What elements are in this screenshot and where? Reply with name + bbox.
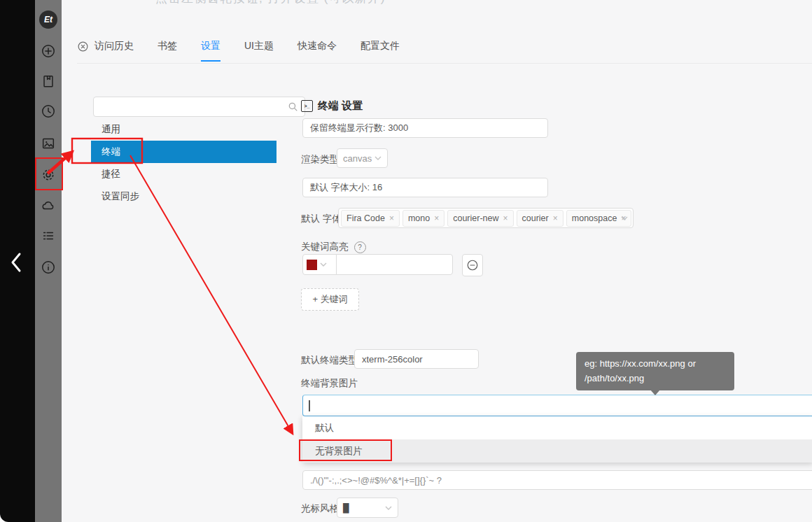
terminal-icon: >_ xyxy=(301,100,313,112)
collapse-sidebar-button[interactable] xyxy=(9,252,23,273)
tab-bookmarks[interactable]: 书签 xyxy=(158,40,177,60)
word-separator-input[interactable]: ./\()"'-:,.;<>~!@#$%^&*|+=[]{}`~ ? xyxy=(302,470,812,490)
image-icon xyxy=(41,136,56,151)
render-type-label: 渲染类型 xyxy=(301,153,339,166)
menu-item-general[interactable]: 通用 xyxy=(91,118,276,141)
terminal-type-label: 默认终端类型 xyxy=(301,354,358,367)
sidebar-item-about[interactable] xyxy=(41,260,56,275)
terminal-type-input[interactable]: xterm-256color xyxy=(354,349,479,369)
plus-circle-icon xyxy=(41,43,56,59)
color-swatch xyxy=(307,260,317,270)
tab-label: 设置 xyxy=(201,40,220,52)
remove-tag-icon[interactable]: × xyxy=(503,213,508,223)
tab-label: 快速命令 xyxy=(298,40,337,52)
remove-tag-icon[interactable]: × xyxy=(434,213,439,223)
chevron-down-icon xyxy=(374,156,382,160)
font-size-value: 默认 字体大小: 16 xyxy=(310,181,382,194)
font-tag-label: monospace xyxy=(572,213,617,223)
render-type-value: canvas xyxy=(343,153,372,164)
option-label: 无背景图片 xyxy=(315,445,363,458)
scrollback-lines-value: 保留终端显示行数: 3000 xyxy=(310,122,408,134)
app-logo-text: Et xyxy=(44,15,52,24)
text-cursor xyxy=(309,400,310,411)
tab-quick-commands[interactable]: 快速命令 xyxy=(298,40,337,60)
search-icon xyxy=(287,101,299,115)
keyword-color-select[interactable] xyxy=(302,254,337,275)
info-circle-icon xyxy=(41,260,56,275)
dropdown-option-no-bg-image[interactable]: 无背景图片 xyxy=(302,439,812,463)
tab-label: UI主题 xyxy=(244,40,274,52)
keyword-highlight-label: 关键词高亮 xyxy=(301,241,349,253)
render-type-select[interactable]: canvas xyxy=(337,148,388,168)
tooltip-arrow xyxy=(650,390,660,395)
bookmark-icon xyxy=(41,73,56,89)
electerm-settings-window: 点击左侧齿轮按钮, 打开设置 (可以新开) Et xyxy=(0,0,812,522)
settings-tabs-bar: 访问历史 书签 设置 UI主题 快速命令 配置文件 xyxy=(77,40,812,64)
sidebar-item-settings[interactable] xyxy=(41,167,56,183)
sidebar-item-settings-sync[interactable] xyxy=(41,198,56,213)
chevron-down-icon xyxy=(320,262,327,267)
menu-item-label: 通用 xyxy=(102,123,120,136)
font-size-input[interactable]: 默认 字体大小: 16 xyxy=(302,178,548,197)
tab-label: 书签 xyxy=(158,40,177,52)
help-icon[interactable]: ? xyxy=(354,241,366,253)
chevron-down-icon xyxy=(621,216,628,220)
font-tag-label: courier xyxy=(522,213,549,223)
scrollback-lines-input[interactable]: 保留终端显示行数: 3000 xyxy=(302,118,548,138)
sidebar-item-history[interactable] xyxy=(41,104,56,119)
tab-profiles[interactable]: 配置文件 xyxy=(360,40,400,60)
add-keyword-label: + 关键词 xyxy=(312,293,347,306)
minus-circle-icon xyxy=(466,259,479,271)
font-tag[interactable]: courier × xyxy=(517,210,564,227)
help-glyph: ? xyxy=(358,244,362,251)
remove-tag-icon[interactable]: × xyxy=(553,213,558,223)
remove-tag-icon[interactable]: × xyxy=(389,213,394,223)
chevron-left-icon xyxy=(9,252,23,273)
keyword-text-input[interactable] xyxy=(336,254,453,275)
clipped-instruction-text: 点击左侧齿轮按钮, 打开设置 (可以新开) xyxy=(155,0,386,6)
tab-history[interactable]: 访问历史 xyxy=(77,40,134,60)
font-tag[interactable]: courier-new × xyxy=(447,210,513,227)
list-icon xyxy=(41,228,56,244)
menu-item-label: 终端 xyxy=(102,146,120,158)
font-tag[interactable]: mono × xyxy=(402,210,444,227)
settings-menu: 通用 终端 捷径 设置同步 xyxy=(91,118,276,208)
chevron-down-icon xyxy=(385,506,392,510)
settings-search-input[interactable] xyxy=(93,97,305,117)
keyword-highlight-row: 关键词高亮 ? xyxy=(301,241,366,253)
font-tag-label: courier-new xyxy=(453,213,498,223)
menu-item-settings-sync[interactable]: 设置同步 xyxy=(91,185,276,208)
font-tag-label: Fira Code xyxy=(346,213,385,223)
terminal-icon-glyph: >_ xyxy=(304,104,310,108)
word-separator-value: ./\()"'-:,.;<>~!@#$%^&*|+=[]{}`~ ? xyxy=(310,475,442,486)
cursor-style-value: █ xyxy=(343,503,349,513)
remove-keyword-button[interactable] xyxy=(462,254,483,276)
tooltip-line: eg: https://xx.com/xx.png or xyxy=(584,356,726,371)
app-logo[interactable]: Et xyxy=(39,10,57,29)
font-family-multiselect[interactable]: Fira Code × mono × courier-new × courier… xyxy=(338,208,634,228)
menu-item-terminal[interactable]: 终端 xyxy=(91,141,276,163)
add-keyword-button[interactable]: + 关键词 xyxy=(301,288,359,311)
sidebar-item-ui-theme[interactable] xyxy=(41,136,56,151)
option-label: 默认 xyxy=(315,422,334,435)
sidebar-item-new-session[interactable] xyxy=(41,43,56,59)
sidebar-item-quick-commands[interactable] xyxy=(41,228,56,244)
tab-label: 访问历史 xyxy=(94,40,134,52)
panel-title-text: 终端 设置 xyxy=(318,99,363,113)
cursor-style-select[interactable]: █ xyxy=(337,498,398,518)
tab-ui-theme[interactable]: UI主题 xyxy=(244,40,274,60)
sidebar-item-bookmarks[interactable] xyxy=(41,73,56,89)
dropdown-option-default[interactable]: 默认 xyxy=(302,416,812,439)
bg-image-input[interactable] xyxy=(302,395,812,416)
menu-item-label: 设置同步 xyxy=(102,190,139,203)
close-circle-icon[interactable] xyxy=(77,41,89,52)
font-tag[interactable]: Fira Code × xyxy=(341,210,400,227)
font-family-label: 默认 字体 xyxy=(301,213,342,225)
bg-image-label: 终端背景图片 xyxy=(301,377,358,390)
menu-item-shortcuts[interactable]: 捷径 xyxy=(91,163,276,185)
tab-settings[interactable]: 设置 xyxy=(201,40,220,62)
cursor-style-label: 光标风格 xyxy=(301,502,339,515)
bg-image-tooltip: eg: https://xx.com/xx.png or /path/to/xx… xyxy=(576,352,734,390)
menu-item-label: 捷径 xyxy=(102,168,120,181)
tab-label: 配置文件 xyxy=(360,40,400,52)
